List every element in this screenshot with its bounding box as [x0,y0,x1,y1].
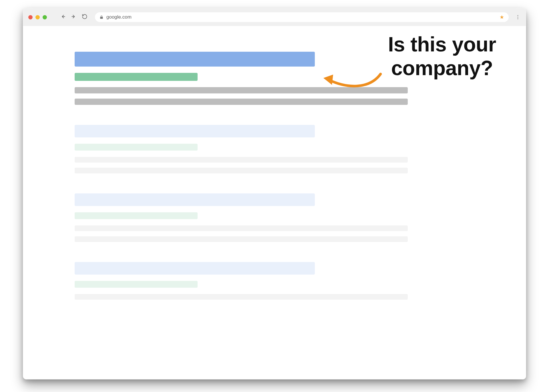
annotation-callout: Is this your company? [362,33,522,80]
address-bar[interactable]: google.com ★ [95,12,509,22]
maximize-window-icon[interactable] [43,15,47,19]
result-snippet-placeholder [75,236,408,242]
result-url-placeholder [75,73,198,81]
result-title-placeholder[interactable] [75,52,315,67]
result-url-placeholder [75,212,198,219]
url-text: google.com [106,14,132,20]
callout-line-2: company? [362,56,522,80]
result-url-placeholder [75,281,198,288]
result-snippet-placeholder [75,225,408,231]
browser-toolbar: google.com ★ [23,8,526,26]
overflow-menu-icon[interactable] [515,14,521,20]
close-window-icon[interactable] [28,15,33,19]
minimize-window-icon[interactable] [35,15,40,19]
svg-point-4 [518,18,518,19]
svg-point-3 [518,17,518,18]
reload-button-icon[interactable] [82,14,87,21]
lock-icon [100,15,104,19]
result-title-placeholder[interactable] [75,125,315,137]
callout-arrow-icon [321,68,383,95]
search-result-3 [75,193,526,242]
window-controls [28,15,47,19]
search-result-4 [75,262,526,300]
result-snippet-placeholder [75,168,408,173]
back-button-icon[interactable] [60,14,66,21]
result-snippet-placeholder [75,294,408,300]
search-result-2 [75,125,526,173]
result-url-placeholder [75,144,198,151]
callout-line-1: Is this your [362,33,522,56]
bookmark-star-icon[interactable]: ★ [500,14,504,20]
result-snippet-placeholder [75,99,408,105]
nav-buttons [60,14,87,21]
result-title-placeholder[interactable] [75,193,315,206]
forward-button-icon[interactable] [71,14,77,21]
result-snippet-placeholder [75,157,408,163]
svg-point-2 [518,15,518,16]
browser-window: google.com ★ [23,8,526,379]
result-title-placeholder[interactable] [75,262,315,275]
